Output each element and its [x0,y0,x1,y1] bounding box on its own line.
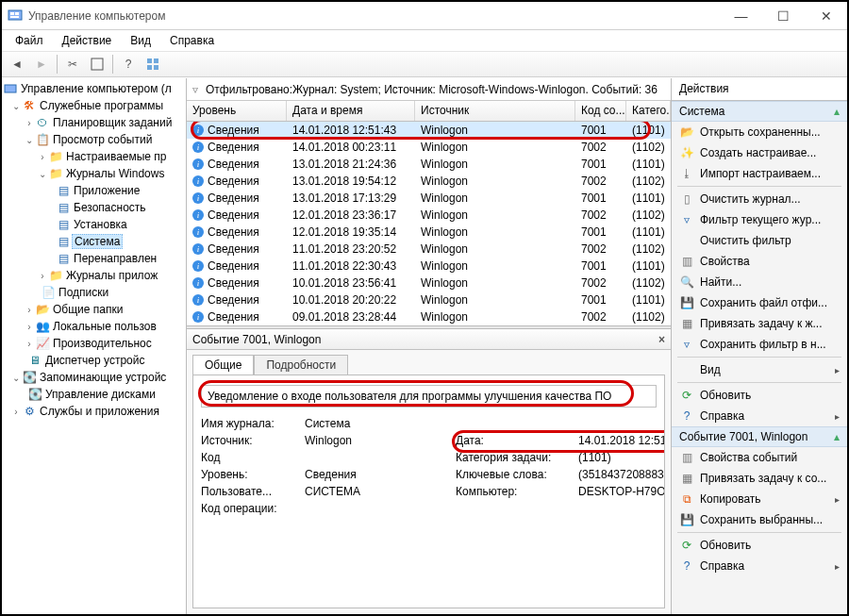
folder-open-icon: 📂 [679,125,694,140]
menu-file[interactable]: Файл [8,32,51,49]
info-icon: i [192,226,204,238]
event-date-value: 14.01.2018 12:51:43 [578,434,665,447]
tree-log-system[interactable]: ▤Система [2,233,186,250]
menu-action[interactable]: Действие [55,32,120,49]
svg-rect-4 [92,58,103,70]
clear-icon: ▯ [679,191,694,207]
minimize-button[interactable]: — [720,3,762,29]
action-open-saved[interactable]: 📂Открыть сохраненны... [672,122,847,142]
tree-shared[interactable]: ›📂Общие папки [2,301,186,318]
col-level[interactable]: Уровень [187,101,287,121]
action-attach-task2[interactable]: ▦Привязать задачу к со... [672,468,847,489]
refresh-icon: ⟳ [679,388,694,403]
table-row[interactable]: iСведения13.01.2018 19:54:12Winlogon7002… [187,173,671,190]
action-refresh[interactable]: ⟳Обновить [672,385,847,406]
action-copy[interactable]: ⧉Копировать▸ [672,489,847,509]
info-icon: i [192,125,204,136]
tree-winlogs[interactable]: ⌄📁Журналы Windows [2,165,186,182]
tree-diskmgmt[interactable]: 💽Управление дисками [2,386,186,403]
table-row[interactable]: iСведения14.01.2018 12:51:43Winlogon7001… [187,122,671,139]
table-row[interactable]: iСведения13.01.2018 17:13:29Winlogon7001… [187,190,671,207]
table-row[interactable]: iСведения11.01.2018 22:30:43Winlogon7001… [187,258,671,275]
close-button[interactable]: ✕ [805,3,847,29]
table-row[interactable]: iСведения13.01.2018 21:24:36Winlogon7001… [187,156,671,173]
tree-pane[interactable]: Управление компьютером (л ⌄🛠Служебные пр… [2,78,187,614]
toolbar: ◄ ► ✂ ? [2,51,847,77]
col-source[interactable]: Источник [415,101,575,121]
action-save-filter-to[interactable]: ▿Сохранить фильтр в н... [672,334,847,355]
tree-scheduler[interactable]: ›⏲Планировщик заданий [2,114,186,131]
event-grid[interactable]: Уровень Дата и время Источник Код со... … [187,101,671,325]
svg-rect-7 [147,65,152,70]
toolbar-box-icon[interactable] [86,53,108,75]
table-row[interactable]: iСведения11.01.2018 23:20:52Winlogon7002… [187,241,671,258]
save-icon: 💾 [679,295,694,310]
action-save-selected[interactable]: 💾Сохранить выбранны... [672,509,847,530]
tree-svcapps[interactable]: ›⚙Службы и приложения [2,403,186,420]
properties-icon: ▥ [679,254,694,269]
table-row[interactable]: iСведения09.01.2018 23:28:44Winlogon7002… [187,308,671,325]
toolbar-cut-icon[interactable]: ✂ [61,53,84,75]
col-datetime[interactable]: Дата и время [287,101,415,121]
action-find[interactable]: 🔍Найти... [672,272,847,292]
tree-devmgr[interactable]: 🖥Диспетчер устройс [2,352,186,369]
svg-rect-6 [154,58,158,63]
nav-forward-button[interactable]: ► [30,53,53,75]
tree-services[interactable]: ⌄🛠Служебные программы [2,97,186,114]
toolbar-help-icon[interactable]: ? [117,53,140,75]
action-filter-current[interactable]: ▿Фильтр текущего жур... [672,209,847,230]
tree-subscriptions[interactable]: 📄Подписки [2,284,186,301]
tab-general[interactable]: Общие [192,355,254,375]
action-help[interactable]: ?Справка▸ [672,406,847,426]
toolbar-tiles-icon[interactable] [142,53,164,75]
save-icon: 💾 [679,512,694,527]
help-icon: ? [679,408,694,424]
tree-log-forwarded[interactable]: ▤Перенаправлен [2,250,186,267]
funnel-icon: ▿ [192,83,198,96]
details-close-button[interactable]: × [658,333,665,346]
grid-header[interactable]: Уровень Дата и время Источник Код со... … [187,101,671,122]
table-row[interactable]: iСведения12.01.2018 19:35:14Winlogon7001… [187,224,671,241]
copy-icon: ⧉ [679,491,694,507]
actions-group-event[interactable]: Событие 7001, Winlogon▴ [672,426,847,447]
tree-appsrvlogs[interactable]: ›📁Журналы прилож [2,267,186,284]
action-properties[interactable]: ▥Свойства [672,251,847,272]
nav-back-button[interactable]: ◄ [6,53,28,75]
tree-eventviewer[interactable]: ⌄📋Просмотр событий [2,131,186,148]
tree-log-setup[interactable]: ▤Установка [2,216,186,233]
maximize-button[interactable]: ☐ [762,3,805,29]
action-clear-log[interactable]: ▯Очистить журнал... [672,189,847,209]
grid-body[interactable]: iСведения14.01.2018 12:51:43Winlogon7001… [187,122,671,325]
titlebar: Управление компьютером — ☐ ✕ [2,2,847,30]
col-category[interactable]: Катего... [626,101,671,121]
tree-storage[interactable]: ⌄💽Запоминающие устройс [2,369,186,386]
action-refresh2[interactable]: ⟳Обновить [672,535,847,556]
action-attach-task[interactable]: ▦Привязать задачу к ж... [672,313,847,334]
action-help2[interactable]: ?Справка▸ [672,556,847,576]
action-save-filter-file[interactable]: 💾Сохранить файл отфи... [672,292,847,313]
table-row[interactable]: iСведения10.01.2018 20:20:22Winlogon7001… [187,291,671,308]
tree-root[interactable]: Управление компьютером (л [2,80,186,97]
menu-view[interactable]: Вид [123,32,158,49]
table-row[interactable]: iСведения12.01.2018 23:36:17Winlogon7002… [187,207,671,224]
attach-icon: ▦ [679,471,694,486]
tree-log-security[interactable]: ▤Безопасность [2,199,186,216]
action-view[interactable]: Вид▸ [672,359,847,380]
svg-rect-9 [5,85,16,92]
menu-help[interactable]: Справка [162,32,222,49]
actions-group-system[interactable]: Система▴ [672,101,847,122]
tree-customviews[interactable]: ›📁Настраиваемые пр [2,148,186,165]
action-import-custom[interactable]: ⭳Импорт настраиваем... [672,163,847,184]
action-clear-filter[interactable]: Очистить фильтр [672,230,847,251]
event-description: Уведомление о входе пользователя для про… [201,385,657,408]
tree-perf[interactable]: ›📈Производительнос [2,335,186,352]
tree-log-application[interactable]: ▤Приложение [2,182,186,199]
col-eventid[interactable]: Код со... [575,101,626,121]
svg-rect-2 [15,12,19,15]
table-row[interactable]: iСведения14.01.2018 00:23:11Winlogon7002… [187,139,671,156]
tree-localusers[interactable]: ›👥Локальные пользов [2,318,186,335]
action-event-props[interactable]: ▥Свойства событий [672,447,847,468]
tab-details[interactable]: Подробности [254,355,348,375]
action-create-custom[interactable]: ✨Создать настраивае... [672,142,847,163]
table-row[interactable]: iСведения10.01.2018 23:56:41Winlogon7002… [187,275,671,291]
